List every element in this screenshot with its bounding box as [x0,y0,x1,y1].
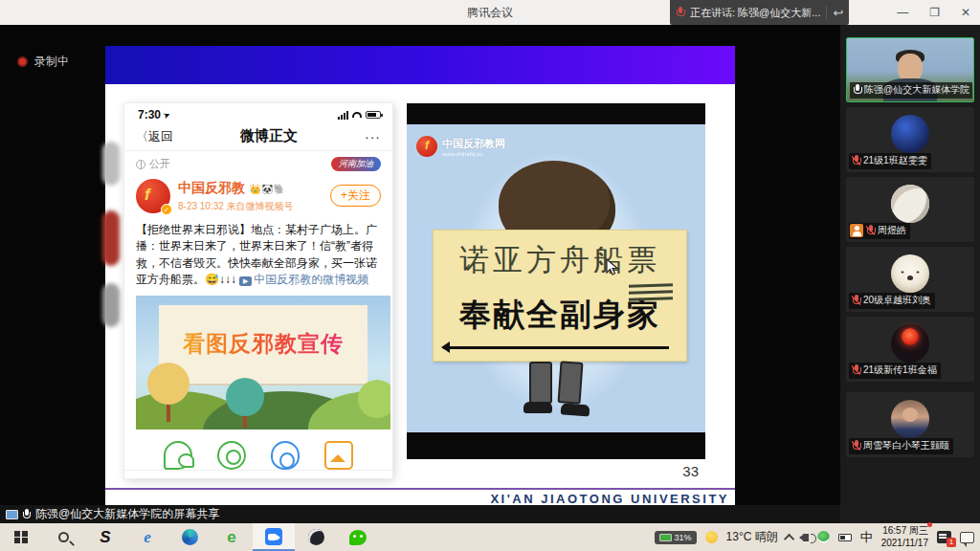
taskbar-360browser[interactable]: e [211,523,253,551]
letterbox-bottom [407,432,705,459]
notification-badge: 1 [947,538,956,547]
participant-label: 21级新传1班金福 [849,363,941,379]
cartoon-sign: 诺亚方舟船票 奉献全副身家 [433,230,687,362]
power-tray-icon[interactable] [838,534,852,541]
participant-label: 周雪琴白小琴王颢颐 [849,438,953,454]
participant-tile-chenqiang[interactable]: 陈强@仙交大新媒体学院 [846,37,974,102]
henan-banner-badge: 河南加油 [331,157,381,171]
participant-label: 21级1班赵雯雯 [849,153,931,169]
divider [124,470,392,471]
browser-360-icon: e [227,528,235,547]
phone-clock: 7:30 ➤ [138,108,170,121]
participant-tile[interactable]: 21级新传1班金福 [846,317,974,382]
mic-muted-icon [852,295,860,306]
sign-underline-arrow [443,346,669,349]
shared-screen-stage: 录制中 7:30 ➤ [0,25,840,505]
action-center-icon[interactable] [960,532,974,543]
weibo-video-thumbnail: 看图反邪教宣传 [136,296,390,430]
qq-share-icon [271,441,300,470]
moments-share-icon [217,441,246,470]
taskbar-obs[interactable] [295,523,337,551]
share-icons-row [124,430,392,470]
avatar [891,324,929,363]
taskbar-wechat[interactable] [337,523,379,551]
return-arrow-icon[interactable]: ↩ [833,6,843,20]
notification-tray-icon[interactable]: 1 [937,531,951,543]
more-options-icon: ··· [365,129,381,144]
window-titlebar: 腾讯会议 正在讲话: 陈强@仙交大新... ↩ — ❐ ✕ [0,0,980,25]
mic-muted-icon [852,155,860,166]
recording-label: 录制中 [34,54,69,70]
wechat-icon [349,530,367,545]
speaking-toast[interactable]: 正在讲话: 陈强@仙交大新... ↩ [670,0,849,25]
billboard: 看图反邪教宣传 [159,305,368,384]
slide-edge-decoration [102,283,120,327]
fxj-logo-icon: f [416,136,437,157]
avatar [891,400,929,438]
slide-edge-decoration [102,142,120,186]
windows-taskbar: S e e 31% 13°C 晴朗 中 16:57 周三 2021/11/17 … [0,523,980,551]
phone-status-bar: 7:30 ➤ [124,103,392,121]
participant-label: 周煜皓 [849,223,910,239]
volume-icon[interactable] [803,534,809,541]
share-bar-text: 陈强@仙交大新媒体学院的屏幕共享 [35,506,219,522]
taskbar-edge[interactable] [168,523,211,551]
weibo-avatar: f ✓ [136,179,170,213]
participant-tile[interactable]: 周雪琴白小琴王颢颐 [846,392,974,457]
avatar [891,115,929,153]
member-badges-icon: 👑🐼🐘 [249,184,284,194]
screen-share-bar: 陈强@仙交大新媒体学院的屏幕共享 [0,505,840,523]
weather-text[interactable]: 13°C 晴朗 [726,529,778,545]
back-button: 〈返回 [136,128,173,145]
slide-header-band [105,46,735,84]
avatar [891,254,929,293]
slide-footer-line [105,488,735,490]
sogou-icon: S [100,528,110,547]
minimize-button[interactable]: — [897,6,908,19]
obs-icon [308,529,324,545]
mouse-cursor [603,258,618,277]
close-button[interactable]: ✕ [961,6,970,19]
speaking-mic-icon [676,7,684,19]
avatar [891,185,929,223]
slide-page-number: 33 [682,463,699,479]
presentation-slide: 7:30 ➤ 〈返回 微博正文 ··· [105,46,735,505]
mic-muted-icon [866,225,875,236]
cartoon-image: f 中国反邪教网 www.chinafxj.cn 诺亚方舟船票 奉献全副身家 [407,103,705,459]
taskbar-sogou[interactable]: S [84,523,126,551]
tray-expand-chevron-icon[interactable] [784,533,794,543]
letterbox-top [407,103,705,124]
edge-icon [182,529,198,545]
weibo-post-text: 【拒绝世界末日邪说】地点：某村子广场上。广播：世界末日来了，世界末日来了！信“教… [124,215,392,289]
safe-360-tray-icon[interactable] [817,531,830,543]
follow-button: +关注 [330,185,381,207]
weibo-account-name: 中国反邪教 [178,180,245,195]
participant-tile[interactable]: 周煜皓 [846,177,974,242]
wifi-icon [352,112,362,118]
wechat-share-icon [164,441,192,470]
participant-tile[interactable]: 21级1班赵雯雯 [846,107,974,172]
post-meta: 8-23 10:32 来自微博视频号 [178,200,294,213]
weibo-nav-bar: 〈返回 微博正文 ··· [124,121,392,150]
taskbar-tencent-meeting[interactable] [253,523,295,551]
participants-sidebar: 陈强@仙交大新媒体学院 21级1班赵雯雯 周煜皓 20级卓越班刘奥 [840,25,980,523]
app-title: 腾讯会议 [467,5,513,21]
verified-badge-icon: ✓ [161,204,172,215]
cellular-signal-icon [338,111,348,120]
save-album-icon [324,441,353,470]
maximize-button[interactable]: ❐ [929,6,940,19]
guest-badge-icon [850,224,863,237]
ime-indicator[interactable]: 中 [860,529,873,546]
weibo-screenshot: 7:30 ➤ 〈返回 微博正文 ··· [124,103,392,478]
tree-green [358,380,390,418]
windows-logo-icon [14,531,28,544]
participant-tile[interactable]: 20级卓越班刘奥 [846,247,974,312]
battery-percent: 31% [675,533,692,542]
weather-sun-icon[interactable] [705,531,718,543]
taskbar-search[interactable] [42,523,84,551]
battery-widget[interactable]: 31% [655,531,697,544]
start-button[interactable] [0,523,42,551]
tree-yellow [147,363,189,405]
taskbar-ie[interactable]: e [126,523,168,551]
taskbar-clock[interactable]: 16:57 周三 2021/11/17 [881,525,928,549]
